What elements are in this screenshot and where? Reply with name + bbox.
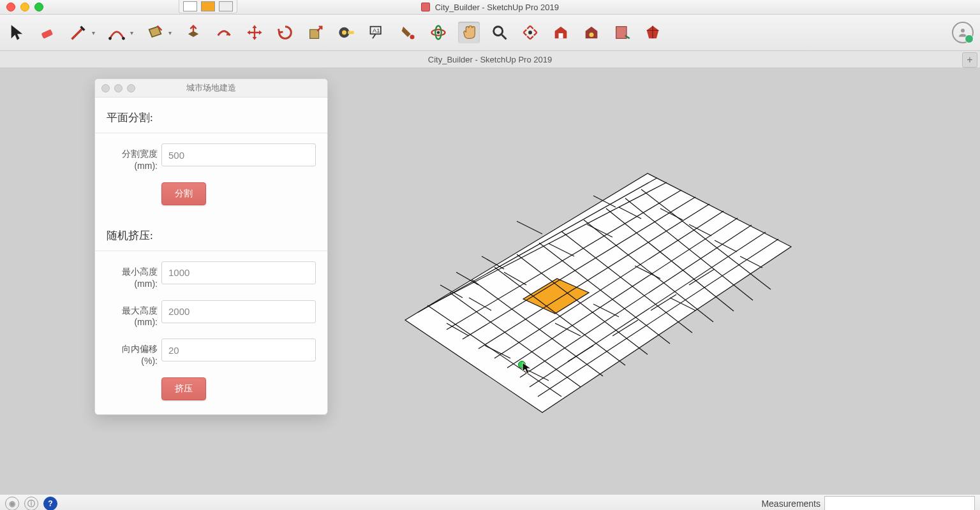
- min-height-input[interactable]: [161, 261, 316, 284]
- geo-location-icon[interactable]: ◉: [5, 497, 19, 510]
- chevron-down-icon[interactable]: ▾: [130, 29, 135, 36]
- city-builder-dialog: 城市场地建造 平面分割: 分割宽度 (mm): 分割 随机挤压: 最小高度 (m…: [94, 78, 328, 415]
- zoom-icon[interactable]: [34, 3, 43, 11]
- scale-tool-icon[interactable]: [305, 22, 327, 43]
- zoom-extents-tool-icon[interactable]: [519, 22, 541, 43]
- svg-point-16: [590, 33, 594, 37]
- model-viewport[interactable]: 城市场地建造 平面分割: 分割宽度 (mm): 分割 随机挤压: 最小高度 (m…: [0, 68, 980, 494]
- measurements-input[interactable]: [824, 496, 975, 510]
- user-account-icon[interactable]: [952, 22, 974, 43]
- chevron-down-icon[interactable]: ▾: [92, 29, 97, 36]
- svg-point-1: [108, 37, 112, 40]
- credits-icon[interactable]: ⓘ: [24, 497, 38, 510]
- window-title-text: City_Builder - SketchUp Pro 2019: [435, 3, 559, 12]
- rectangle-tool-icon[interactable]: [144, 22, 166, 43]
- close-icon[interactable]: [6, 3, 15, 11]
- mac-titlebar: City_Builder - SketchUp Pro 2019: [0, 0, 980, 15]
- select-tool-icon[interactable]: [6, 22, 28, 43]
- minimize-icon[interactable]: [20, 3, 29, 11]
- chevron-down-icon[interactable]: ▾: [168, 29, 174, 36]
- pan-tool-icon[interactable]: [458, 22, 480, 43]
- min-height-label: 最小高度 (mm):: [107, 261, 158, 290]
- warehouse-tool-icon[interactable]: [550, 22, 572, 43]
- inset-input[interactable]: [161, 339, 316, 361]
- svg-rect-15: [559, 33, 563, 38]
- svg-rect-0: [41, 29, 53, 39]
- document-tab-title[interactable]: City_Builder - SketchUp Pro 2019: [428, 55, 552, 64]
- ruby-console-icon[interactable]: [642, 22, 664, 43]
- extrude-button[interactable]: 挤压: [161, 377, 206, 400]
- svg-point-2: [122, 37, 125, 40]
- move-tool-icon[interactable]: [244, 22, 265, 43]
- section-heading-split: 平面分割:: [107, 110, 316, 125]
- offset-tool-icon[interactable]: [213, 22, 235, 43]
- max-height-input[interactable]: [161, 300, 316, 323]
- svg-rect-17: [616, 27, 627, 39]
- eraser-tool-icon[interactable]: [37, 22, 59, 43]
- layout-tool-icon[interactable]: [611, 22, 633, 43]
- paint-tool-icon[interactable]: [397, 22, 419, 43]
- extension-warehouse-icon[interactable]: [581, 22, 602, 43]
- orbit-tool-icon[interactable]: [427, 22, 449, 43]
- text-tool-icon[interactable]: A1: [366, 22, 388, 43]
- divider: [95, 133, 327, 133]
- svg-point-12: [437, 31, 440, 34]
- statusbar: ◉ ⓘ ? Measurements: [0, 494, 980, 510]
- svg-rect-6: [348, 31, 353, 34]
- add-tab-button[interactable]: +: [962, 52, 977, 68]
- rotate-tool-icon[interactable]: [274, 22, 296, 43]
- svg-text:A1: A1: [373, 27, 380, 34]
- svg-point-18: [961, 29, 965, 33]
- max-height-label: 最大高度 (mm):: [107, 300, 158, 329]
- style-wireframe-icon[interactable]: [183, 1, 197, 11]
- document-tab-bar: City_Builder - SketchUp Pro 2019 +: [0, 51, 980, 68]
- arc-tool-icon[interactable]: [106, 22, 128, 43]
- inset-label: 向内偏移 (%):: [107, 339, 158, 367]
- measurements-label: Measurements: [761, 499, 820, 509]
- dialog-titlebar[interactable]: 城市场地建造: [95, 79, 327, 98]
- svg-point-9: [410, 35, 415, 40]
- split-width-input[interactable]: [161, 143, 316, 166]
- svg-point-14: [528, 31, 532, 34]
- section-heading-extrude: 随机挤压:: [107, 228, 316, 243]
- svg-point-5: [342, 31, 346, 35]
- main-toolbar: ▾ ▾ ▾ A1: [0, 15, 980, 51]
- style-monochrome-icon[interactable]: [219, 1, 233, 11]
- svg-point-13: [494, 27, 503, 36]
- divider: [95, 251, 327, 251]
- tape-tool-icon[interactable]: [336, 22, 357, 43]
- split-width-label: 分割宽度 (mm):: [107, 143, 158, 172]
- dialog-title: 城市场地建造: [95, 82, 327, 94]
- line-tool-icon[interactable]: [68, 22, 89, 43]
- model-grid: [357, 106, 829, 451]
- window-title: City_Builder - SketchUp Pro 2019: [0, 3, 980, 12]
- zoom-tool-icon[interactable]: [489, 22, 510, 43]
- help-icon[interactable]: ?: [43, 497, 57, 510]
- status-ok-icon: [965, 34, 974, 43]
- style-shaded-icon[interactable]: [201, 1, 215, 11]
- document-icon: [421, 3, 430, 11]
- split-button[interactable]: 分割: [161, 182, 206, 205]
- style-toolbar-fragment[interactable]: [179, 0, 237, 13]
- pushpull-tool-icon[interactable]: [182, 22, 204, 43]
